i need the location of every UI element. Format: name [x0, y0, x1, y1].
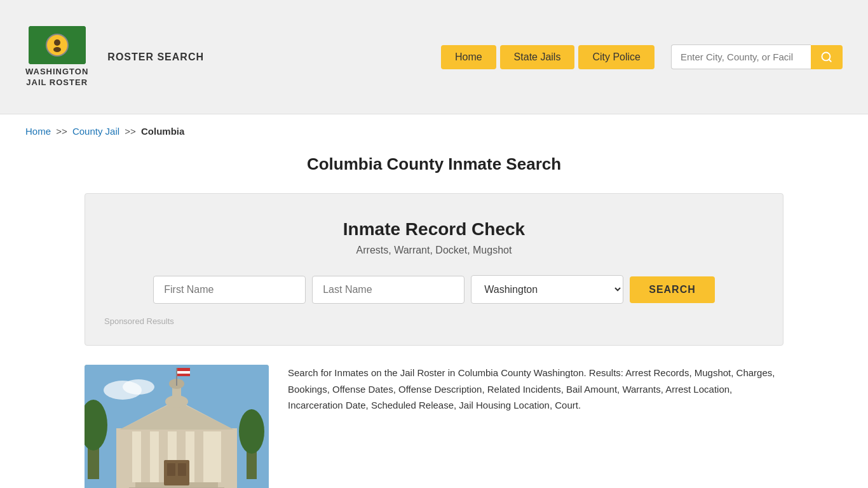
roster-search-label: ROSTER SEARCH	[107, 51, 204, 63]
svg-point-4	[123, 379, 154, 395]
header-search-input[interactable]	[671, 44, 811, 69]
page-title: Columbia County Inmate Search	[25, 154, 843, 174]
svg-rect-31	[177, 374, 190, 376]
inmate-search-form: AlabamaAlaskaArizonaArkansasCaliforniaCo…	[104, 275, 764, 304]
svg-rect-17	[203, 431, 212, 482]
svg-point-1	[53, 47, 61, 52]
search-submit-button[interactable]: SEARCH	[630, 276, 715, 303]
logo-text: WASHINGTON JAIL ROSTER	[25, 67, 88, 88]
svg-rect-27	[176, 368, 177, 386]
svg-rect-13	[132, 431, 141, 482]
nav-state-jails-button[interactable]: State Jails	[500, 45, 575, 69]
svg-rect-18	[212, 431, 221, 482]
header-search-button[interactable]	[811, 45, 843, 69]
breadcrumb-county-jail[interactable]: County Jail	[72, 126, 119, 137]
main-nav: Home State Jails City Police	[441, 44, 843, 69]
washington-seal-icon	[50, 37, 65, 53]
nav-home-button[interactable]: Home	[441, 45, 496, 69]
breadcrumb-home[interactable]: Home	[25, 126, 51, 137]
sponsored-results-label: Sponsored Results	[104, 316, 764, 326]
svg-rect-29	[177, 368, 190, 371]
record-check-box: Inmate Record Check Arrests, Warrant, Do…	[85, 193, 783, 346]
courthouse-image	[85, 365, 269, 488]
description-text: Search for Inmates on the Jail Roster in…	[288, 365, 783, 414]
breadcrumb-sep2: >>	[125, 126, 136, 137]
logo-circle	[46, 34, 69, 57]
breadcrumb-current: Columbia	[141, 126, 184, 137]
breadcrumb-sep1: >>	[56, 126, 67, 137]
main-content: Columbia County Inmate Search Inmate Rec…	[0, 148, 868, 488]
header: WASHINGTON JAIL ROSTER ROSTER SEARCH Hom…	[0, 0, 868, 114]
logo-line2: JAIL ROSTER	[26, 78, 88, 87]
record-check-subtitle: Arrests, Warrant, Docket, Mugshot	[104, 245, 764, 256]
record-check-title: Inmate Record Check	[104, 219, 764, 240]
svg-point-8	[239, 409, 264, 454]
header-search-area	[671, 44, 843, 69]
last-name-input[interactable]	[312, 276, 465, 304]
svg-point-0	[54, 39, 60, 46]
svg-rect-20	[167, 463, 175, 476]
logo-link[interactable]: WASHINGTON JAIL ROSTER	[25, 26, 88, 88]
svg-rect-30	[177, 371, 190, 374]
breadcrumb: Home >> County Jail >> Columbia	[0, 114, 868, 148]
courthouse-svg	[85, 365, 269, 488]
state-select[interactable]: AlabamaAlaskaArizonaArkansasCaliforniaCo…	[471, 275, 623, 304]
first-name-input[interactable]	[153, 276, 306, 304]
nav-city-police-button[interactable]: City Police	[578, 45, 654, 69]
svg-rect-21	[178, 463, 186, 476]
bottom-section: Search for Inmates on the Jail Roster in…	[85, 365, 783, 488]
svg-rect-14	[150, 431, 159, 482]
logo-line1: WASHINGTON	[25, 67, 88, 76]
logo-flag	[29, 26, 86, 64]
search-icon	[821, 51, 832, 63]
